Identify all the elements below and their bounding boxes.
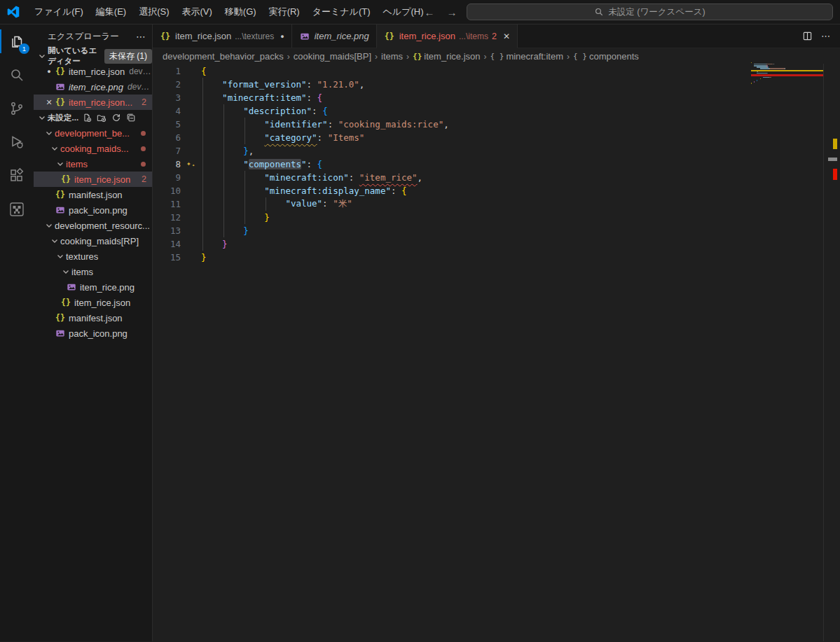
code-line[interactable]: 3 "minecraft:item": { bbox=[153, 91, 840, 104]
minecraft-activity-item[interactable] bbox=[0, 193, 34, 226]
menu-item[interactable]: 選択(S) bbox=[132, 4, 175, 20]
refresh-icon[interactable] bbox=[111, 112, 122, 123]
breadcrumb-label: item_rice.json bbox=[424, 51, 480, 62]
code-line[interactable]: 4 "description": { bbox=[153, 104, 840, 118]
tree-item[interactable]: development_be... bbox=[34, 125, 152, 141]
file-name: textures bbox=[66, 251, 98, 262]
new-folder-icon[interactable] bbox=[96, 112, 107, 123]
breadcrumb-label: items bbox=[381, 51, 403, 62]
more-actions-icon[interactable]: ⋯ bbox=[821, 31, 830, 41]
run-and-debug-activity-item[interactable] bbox=[0, 125, 34, 159]
tree-item[interactable]: {}manifest.json bbox=[34, 310, 152, 326]
breadcrumb-item[interactable]: items bbox=[381, 51, 403, 62]
menu-item[interactable]: 表示(V) bbox=[176, 4, 219, 20]
error-dot bbox=[141, 131, 146, 136]
tree-item[interactable]: {}manifest.json bbox=[34, 187, 152, 202]
code-line[interactable]: 2 "format_version": "1.21.0", bbox=[153, 78, 840, 91]
tree-item[interactable]: items bbox=[34, 156, 152, 172]
glyph-margin bbox=[181, 91, 201, 104]
menu-item[interactable]: ファイル(F) bbox=[28, 4, 90, 20]
editor-actions: ⋯ bbox=[792, 25, 840, 48]
editor-tab[interactable]: {}item_rice.json...\textures● bbox=[153, 25, 292, 48]
error-dot bbox=[141, 162, 146, 167]
open-editors-header[interactable]: 開いているエディター 未保存 (1) bbox=[34, 48, 152, 64]
code-line[interactable]: 7 }, bbox=[153, 144, 840, 158]
chevron-down-icon bbox=[55, 251, 66, 262]
minecraft-icon bbox=[8, 201, 25, 218]
search-activity-item[interactable] bbox=[0, 58, 34, 92]
menu-item[interactable]: ターミナル(T) bbox=[306, 4, 377, 20]
breadcrumb-item[interactable]: { }minecraft:item bbox=[490, 51, 564, 62]
tree-item[interactable]: item_rice.png bbox=[34, 279, 152, 295]
glyph-margin bbox=[181, 131, 201, 144]
code-editor[interactable]: 1{2 "format_version": "1.21.0",3 "minecr… bbox=[153, 64, 840, 264]
glyph-margin bbox=[181, 104, 201, 118]
tree-item[interactable]: pack_icon.png bbox=[34, 202, 152, 218]
source-control-activity-item[interactable] bbox=[0, 92, 34, 125]
code-text: "minecraft:icon": "item_rice", bbox=[201, 172, 422, 183]
code-line[interactable]: 13 } bbox=[153, 224, 840, 237]
code-line[interactable]: 11 "value": "米" bbox=[153, 197, 840, 211]
source-control-icon bbox=[8, 100, 25, 117]
extensions-activity-item[interactable] bbox=[0, 159, 34, 193]
minimap[interactable] bbox=[751, 62, 824, 90]
command-center[interactable]: 未設定 (ワークスペース) bbox=[467, 4, 833, 20]
code-line[interactable]: 6 "category": "Items" bbox=[153, 131, 840, 144]
code-line[interactable]: 1{ bbox=[153, 64, 840, 78]
breadcrumb-item[interactable]: { }components bbox=[573, 51, 639, 62]
tree-item[interactable]: pack_icon.png bbox=[34, 326, 152, 341]
file-tree: development_be...cooking_maids...items{}… bbox=[34, 125, 152, 341]
breadcrumb-item[interactable]: cooking_maids[BP] bbox=[294, 51, 371, 62]
search-icon bbox=[594, 7, 604, 17]
collapse-all-icon[interactable] bbox=[125, 112, 137, 123]
debug-icon bbox=[8, 134, 25, 151]
tree-item[interactable]: development_resourc... bbox=[34, 218, 152, 233]
line-number: 8 bbox=[153, 159, 181, 169]
glyph-margin bbox=[181, 118, 201, 131]
tree-item[interactable]: items bbox=[34, 264, 152, 279]
forward-arrow-icon[interactable]: → bbox=[444, 5, 460, 20]
code-line[interactable]: 15} bbox=[153, 251, 840, 264]
tree-item[interactable]: textures bbox=[34, 249, 152, 264]
code-line[interactable]: 12 } bbox=[153, 211, 840, 224]
new-file-icon[interactable] bbox=[81, 112, 92, 123]
breadcrumb-separator-icon: › bbox=[406, 52, 409, 62]
open-editor-item[interactable]: ✕{}item_rice.json...2 bbox=[34, 95, 152, 110]
problems-badge: 2 bbox=[492, 32, 497, 41]
line-number: 3 bbox=[153, 92, 181, 103]
code-line[interactable]: 14 } bbox=[153, 237, 840, 251]
close-icon[interactable]: ✕ bbox=[503, 32, 510, 41]
breadcrumb-label: cooking_maids[BP] bbox=[294, 51, 371, 62]
code-line[interactable]: 5 "identifier": "cooking_maids:rice", bbox=[153, 118, 840, 131]
breadcrumb-item[interactable]: development_behavior_packs bbox=[163, 51, 284, 62]
breadcrumb-item[interactable]: {}item_rice.json bbox=[413, 51, 480, 62]
file-name: item_rice.json bbox=[74, 174, 130, 185]
menu-item[interactable]: 編集(E) bbox=[90, 4, 132, 20]
menu-item[interactable]: 移動(G) bbox=[219, 4, 263, 20]
more-actions-icon[interactable]: ⋯ bbox=[136, 31, 146, 42]
explorer-activity-item[interactable]: 1 bbox=[0, 25, 34, 58]
copilot-sparkle-icon[interactable]: ✦✦ bbox=[181, 158, 201, 171]
image-file-icon bbox=[66, 281, 77, 293]
line-number: 5 bbox=[153, 119, 181, 130]
code-line[interactable]: 9 "minecraft:icon": "item_rice", bbox=[153, 171, 840, 184]
file-name: manifest.json bbox=[69, 313, 123, 323]
editor-tab[interactable]: item_rice.png bbox=[292, 25, 377, 48]
back-arrow-icon[interactable]: ← bbox=[422, 5, 437, 20]
breadcrumb-separator-icon: › bbox=[287, 52, 290, 62]
tree-item[interactable]: {}item_rice.json2 bbox=[34, 172, 152, 187]
open-editor-item[interactable]: item_rice.pngdevel... bbox=[34, 79, 152, 95]
tree-item[interactable]: cooking_maids... bbox=[34, 141, 152, 156]
split-editor-icon[interactable] bbox=[802, 31, 813, 41]
code-line[interactable]: 8✦✦ "components": { bbox=[153, 158, 840, 171]
glyph-margin bbox=[181, 251, 201, 264]
chevron-down-icon bbox=[60, 266, 71, 277]
tree-item[interactable]: cooking_maids[RP] bbox=[34, 233, 152, 249]
glyph-margin bbox=[181, 184, 201, 197]
editor-tab[interactable]: {}item_rice.json...\items2✕ bbox=[377, 25, 518, 48]
workspace-section-header[interactable]: 未設定... bbox=[34, 110, 152, 125]
code-line[interactable]: 10 "minecraft:display_name": { bbox=[153, 184, 840, 197]
tree-item[interactable]: {}item_rice.json bbox=[34, 295, 152, 310]
menu-item[interactable]: 実行(R) bbox=[263, 4, 306, 20]
close-icon[interactable]: ✕ bbox=[43, 98, 55, 107]
